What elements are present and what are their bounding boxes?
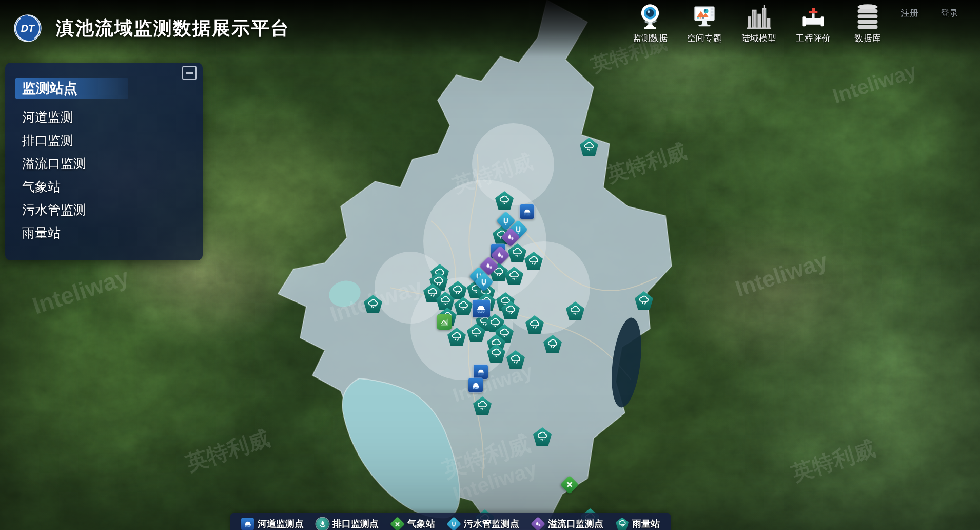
nav-item-spatial-theme[interactable]: 空间专题 xyxy=(682,3,727,44)
nav-label: 监测数据 xyxy=(633,32,668,44)
legend-item-sewage: 污水管监测点 xyxy=(447,518,519,530)
map-marker-rain[interactable] xyxy=(473,396,492,415)
map-marker-rain[interactable] xyxy=(447,328,466,346)
map-marker-rain[interactable] xyxy=(525,315,544,334)
map-marker-rain[interactable] xyxy=(543,335,562,353)
sidebar-item-weather[interactable]: 气象站 xyxy=(22,175,203,198)
map-marker-rain[interactable] xyxy=(454,297,473,315)
map-marker-weather[interactable] xyxy=(560,476,579,495)
page-title: 滇池流域监测数据展示平台 xyxy=(56,16,290,41)
webcam-icon xyxy=(635,3,665,30)
map-marker-rain[interactable] xyxy=(566,301,584,320)
overflow-station-icon xyxy=(531,517,545,530)
nav-label: 工程评价 xyxy=(796,32,831,44)
sidebar-item-outfall[interactable]: 排口监测 xyxy=(22,129,203,152)
map-legend: 河道监测点 排口监测点 气象站 污水管监测点 溢流口监测点 雨量站 xyxy=(230,513,671,530)
monitor-chart-icon xyxy=(690,3,719,30)
nav-item-monitor-data[interactable]: 监测数据 xyxy=(628,3,672,44)
brand: DT 滇池流域监测数据展示平台 xyxy=(14,14,290,42)
map-marker-rain[interactable] xyxy=(495,191,514,210)
panel-title: 监测站点 xyxy=(15,78,128,99)
map-marker-rain[interactable] xyxy=(364,295,382,313)
city-buildings-icon xyxy=(745,3,773,30)
map-marker-rain[interactable] xyxy=(524,252,543,270)
legend-item-weather: 气象站 xyxy=(391,518,435,530)
pipe-valve-icon xyxy=(800,3,827,30)
map-marker-rain[interactable] xyxy=(506,350,525,369)
app-window: InteliwayInteliway英特利威Inteliway英特利威Intel… xyxy=(0,0,980,530)
monitoring-stations-panel: 监测站点 河道监测 排口监测 溢流口监测 气象站 污水管监测 雨量站 xyxy=(5,63,203,260)
weather-station-icon xyxy=(390,517,405,530)
sewage-pipe-icon xyxy=(446,517,461,530)
legend-item-overflow: 溢流口监测点 xyxy=(532,518,603,530)
map-marker-rain[interactable] xyxy=(533,427,552,446)
nav-item-database[interactable]: 数据库 xyxy=(846,3,890,44)
main-nav: 监测数据 xyxy=(628,3,890,44)
nav-label: 空间专题 xyxy=(687,32,722,44)
map-marker-river[interactable] xyxy=(520,204,534,219)
login-link[interactable]: 登录 xyxy=(940,7,958,19)
legend-item-outfall: 排口监测点 xyxy=(316,518,379,530)
map-marker-rain[interactable] xyxy=(635,291,653,310)
map-marker-river[interactable] xyxy=(468,378,483,392)
svg-text:DT: DT xyxy=(21,23,35,34)
database-icon xyxy=(853,3,882,30)
nav-label: 陆域模型 xyxy=(741,32,776,44)
sidebar-item-river[interactable]: 河道监测 xyxy=(22,106,203,129)
river-station-icon xyxy=(241,518,254,530)
register-link[interactable]: 注册 xyxy=(901,7,918,19)
top-header: DT 滇池流域监测数据展示平台 监 xyxy=(0,0,980,58)
map-marker-rain[interactable] xyxy=(505,267,523,285)
sidebar-item-rain[interactable]: 雨量站 xyxy=(22,221,203,244)
map-marker-river[interactable] xyxy=(474,365,488,379)
nav-item-project-eval[interactable]: 工程评价 xyxy=(791,3,835,44)
map-marker-river[interactable] xyxy=(473,300,490,317)
map-marker-weather_flag[interactable] xyxy=(437,314,452,330)
map-marker-rain[interactable] xyxy=(580,138,598,156)
nav-label: 数据库 xyxy=(855,32,881,44)
panel-list: 河道监测 排口监测 溢流口监测 气象站 污水管监测 雨量站 xyxy=(5,106,203,244)
legend-item-river: 河道监测点 xyxy=(241,518,304,530)
outfall-station-icon xyxy=(316,518,329,530)
nav-item-land-model[interactable]: 陆域模型 xyxy=(737,3,781,44)
sidebar-item-sewage[interactable]: 污水管监测 xyxy=(22,198,203,221)
platform-logo-icon: DT xyxy=(14,14,42,42)
rain-station-icon xyxy=(616,518,629,530)
sidebar-item-overflow[interactable]: 溢流口监测 xyxy=(22,152,203,175)
legend-item-rain: 雨量站 xyxy=(616,518,660,530)
minimize-icon[interactable] xyxy=(182,66,197,80)
